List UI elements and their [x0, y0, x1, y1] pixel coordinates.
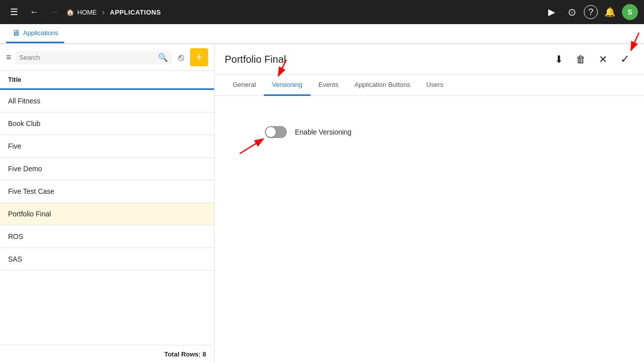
confirm-icon[interactable]: ✓	[616, 50, 634, 68]
export-icon[interactable]: ⎋	[176, 50, 186, 65]
content-area: Portfolio Final ⬇ 🗑 ✕ ✓	[215, 44, 644, 363]
toggle-row: Enable Versioning	[265, 126, 634, 138]
delete-icon[interactable]: 🗑	[572, 50, 590, 68]
nav-home[interactable]: 🏠 HOME	[66, 9, 97, 16]
tab-applications[interactable]: 🖥 Applications	[6, 24, 64, 43]
sidebar: ≡ 🔍 ⎋ + Title All Fitness Book Club Five…	[0, 44, 215, 363]
content-tabs: General Versioning Events Application Bu…	[215, 75, 644, 96]
nav-divider: ›	[102, 7, 105, 18]
main-container: ≡ 🔍 ⎋ + Title All Fitness Book Club Five…	[0, 44, 644, 363]
list-item[interactable]: Five Test Case	[0, 180, 214, 203]
tab-application-buttons[interactable]: Application Buttons	[347, 75, 418, 96]
sidebar-list-header: Title	[0, 71, 214, 90]
list-item[interactable]: All Fitness	[0, 90, 214, 112]
sidebar-toolbar: ≡ 🔍 ⎋ +	[0, 44, 214, 71]
sidebar-footer: Total Rows: 8	[0, 345, 214, 363]
search-main-icon[interactable]: ⊙	[564, 4, 580, 20]
help-icon[interactable]: ?	[584, 5, 598, 19]
tab-versioning[interactable]: Versioning	[264, 75, 310, 96]
navbar: ☰ ← → 🏠 HOME › APPLICATIONS ▶ ⊙ ? 🔔 S	[0, 0, 644, 24]
download-icon[interactable]: ⬇	[550, 50, 568, 68]
versioning-toggle-label: Enable Versioning	[295, 128, 352, 136]
svg-line-5	[240, 140, 262, 154]
forward-icon[interactable]: →	[46, 4, 62, 20]
add-button[interactable]: +	[190, 48, 208, 66]
content-header: Portfolio Final ⬇ 🗑 ✕ ✓	[215, 44, 644, 75]
home-label: HOME	[77, 9, 97, 16]
tab-general[interactable]: General	[225, 75, 264, 96]
list-item-active[interactable]: Portfolio Final	[0, 203, 214, 225]
applications-tab-label: Applications	[23, 29, 58, 37]
list-item[interactable]: SAS	[0, 248, 214, 271]
list-item[interactable]: ROS	[0, 225, 214, 248]
search-container: 🔍	[16, 51, 172, 64]
close-icon[interactable]: ✕	[594, 50, 612, 68]
back-icon[interactable]: ←	[26, 4, 42, 20]
home-icon: 🏠	[66, 9, 74, 16]
list-item[interactable]: Five	[0, 135, 214, 158]
list-item[interactable]: Five Demo	[0, 158, 214, 180]
sidebar-list: All Fitness Book Club Five Five Demo Fiv…	[0, 90, 214, 345]
toggle-arrow	[235, 134, 270, 159]
hamburger-icon[interactable]: ☰	[6, 4, 22, 20]
add-icon: +	[196, 51, 203, 64]
tab-users[interactable]: Users	[418, 75, 451, 96]
play-icon[interactable]: ▶	[544, 4, 560, 20]
content-title: Portfolio Final	[225, 54, 544, 65]
search-icon[interactable]: 🔍	[158, 53, 168, 62]
versioning-toggle[interactable]	[265, 126, 287, 138]
tab-bar: 🖥 Applications	[0, 24, 644, 44]
list-item[interactable]: Book Club	[0, 112, 214, 135]
bell-icon[interactable]: 🔔	[602, 4, 618, 20]
sidebar-filter-icon[interactable]: ≡	[6, 52, 12, 63]
navbar-left: ☰ ← → 🏠 HOME › APPLICATIONS	[6, 4, 540, 20]
content-body: Enable Versioning	[215, 96, 644, 363]
avatar[interactable]: S	[622, 4, 638, 20]
content-actions: ⬇ 🗑 ✕ ✓	[550, 50, 634, 68]
search-input[interactable]	[20, 54, 155, 61]
navbar-right: ▶ ⊙ ? 🔔 S	[544, 4, 638, 20]
tab-events[interactable]: Events	[310, 75, 347, 96]
applications-label: APPLICATIONS	[110, 9, 161, 16]
applications-tab-icon: 🖥	[12, 29, 20, 38]
